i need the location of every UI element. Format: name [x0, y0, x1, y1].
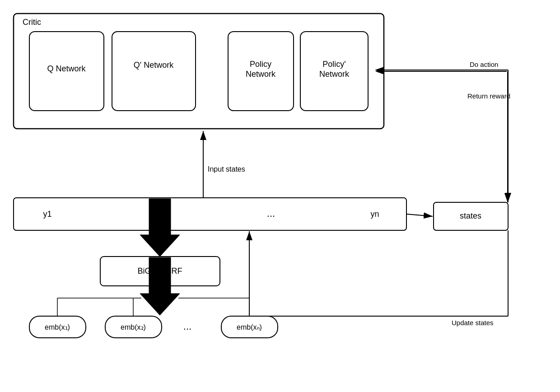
- emb-x2-label: emb(x₂): [121, 323, 146, 331]
- emb-xn-label: emb(xₙ): [237, 323, 262, 331]
- states-label: states: [460, 211, 481, 220]
- emb-ellipsis-label: ...: [183, 321, 191, 332]
- policy-network-label-2: Network: [246, 70, 276, 79]
- return-reward-label: Return reward: [467, 92, 510, 100]
- do-action-label: Do action: [470, 61, 498, 68]
- yn-label: yn: [370, 210, 379, 219]
- q-network-label: Q Network: [47, 64, 86, 73]
- emb-x1-label: emb(x₁): [45, 323, 70, 331]
- policy-prime-network-label-2: Network: [319, 70, 350, 79]
- policy-prime-network-label-1: Policy': [322, 60, 345, 69]
- diagram-svg: Critic Q Network Q' Network Policy Netwo…: [0, 0, 560, 392]
- update-states-label: Update states: [452, 319, 494, 327]
- policy-network-label-1: Policy: [250, 60, 271, 69]
- q-prime-network-box: [112, 32, 196, 111]
- diagram-container: Critic Q Network Q' Network Policy Netwo…: [0, 0, 560, 392]
- y1-label: y1: [43, 210, 51, 219]
- q-prime-network-label: Q' Network: [134, 61, 174, 70]
- y-sequence-box: [14, 198, 406, 230]
- critic-label: Critic: [23, 18, 41, 27]
- y-to-states-arrow: [406, 214, 433, 216]
- y-ellipsis-label: ...: [267, 208, 275, 219]
- input-states-label: Input states: [208, 165, 245, 173]
